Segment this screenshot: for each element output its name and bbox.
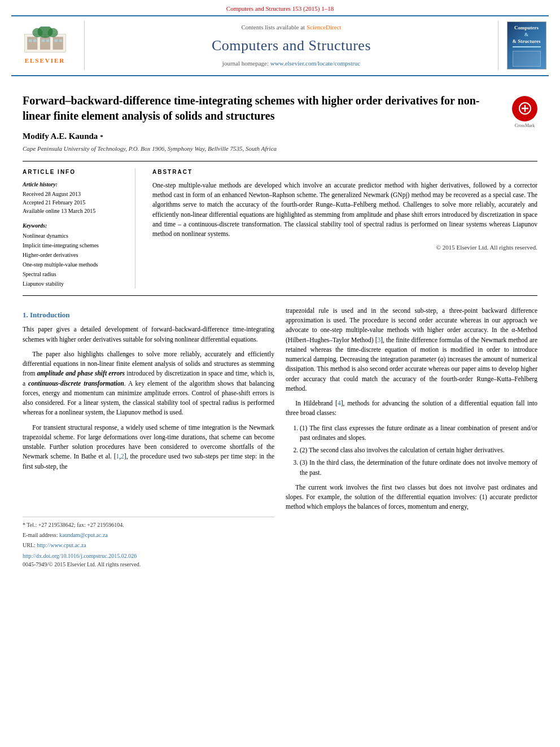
elsevier-building-icon [20,27,71,55]
issn-line: 0045-7949/© 2015 Elsevier Ltd. All right… [23,560,274,569]
body-col-2: trapezoidal rule is used and in the seco… [286,306,537,570]
svg-rect-3 [53,37,63,50]
elsevier-logo-box: ELSEVIER [11,21,85,70]
content-area: CrossMark Forward–backward-difference ti… [0,76,560,582]
article-title-section: CrossMark Forward–backward-difference ti… [23,93,537,130]
list-item-2: (2) The second class also involves the c… [300,445,537,455]
footnote-email: E-mail address: kaundam@cput.ac.za [23,531,274,539]
available-date: Available online 13 March 2015 [23,207,127,215]
keyword-3: Higher-order derivatives [23,250,127,260]
ref-3-link[interactable]: 3 [378,337,381,343]
author-star: * [100,133,103,140]
article-info-abstract-section: ARTICLE INFO Article history: Received 2… [23,161,537,296]
body-col2-para-3: The current work involves the first two … [286,483,537,512]
sciencedirect-label: Contents lists available at [241,24,306,30]
body-col1-para-1: This paper gives a detailed development … [23,325,274,344]
svg-rect-7 [28,40,31,42]
thumb-line1: Computers [514,24,539,32]
footnote-url: URL: http://www.cput.ac.za [23,541,274,549]
abstract-title: ABSTRACT [152,168,537,176]
class-list: (1) The first class expresses the future… [300,423,537,478]
footnote-area: * Tel.: +27 219538642; fax: +27 21959610… [23,517,274,569]
keywords-list: Nonlinear dynamics Implicit time-integra… [23,231,127,289]
article-title: Forward–backward-difference time-integra… [23,93,537,124]
ref-2-link[interactable]: 2 [121,453,124,460]
footnote-star: * Tel.: +27 219538642; fax: +27 21959610… [23,521,274,529]
citation-link[interactable]: Computers and Structures 153 (2015) 1–18 [226,5,334,12]
doi-link[interactable]: http://dx.doi.org/10.1016/j.compstruc.20… [23,553,137,559]
thumb-line3: & Structures [512,38,540,45]
affiliation: Cape Peninsula University of Technology,… [23,145,537,153]
homepage-label: journal homepage: [222,60,270,67]
crossmark-icon [512,96,537,121]
sciencedirect-link[interactable]: ScienceDirect [307,24,342,30]
article-body: 1. Introduction This paper gives a detai… [23,306,537,570]
body-col-1: 1. Introduction This paper gives a detai… [23,306,274,570]
svg-rect-1 [27,37,37,50]
abstract-text: One-step multiple-value methods are deve… [152,181,537,239]
accepted-date: Accepted 21 February 2015 [23,198,127,207]
list-item-1: (1) The first class expresses the future… [300,423,537,443]
article-info-title: ARTICLE INFO [23,168,127,176]
svg-point-6 [47,28,58,37]
body-col2-para-2: In Hildebrand [4], methods for advancing… [286,399,537,418]
page-container: Computers and Structures 153 (2015) 1–18 [0,0,560,747]
intro-heading: 1. Introduction [23,309,274,321]
homepage-link[interactable]: www.elsevier.com/locate/compstruc [270,60,360,67]
abstract-panel: ABSTRACT One-step multiple-value methods… [147,168,537,289]
top-citation: Computers and Structures 153 (2015) 1–18 [0,0,560,15]
svg-point-5 [32,28,42,37]
body-col2-para-1: trapezoidal rule is used and in the seco… [286,306,537,394]
ref-4-link[interactable]: 4 [338,400,341,407]
author-name-text: Modify A.E. Kaunda [23,132,98,141]
journal-header: ELSEVIER Contents lists available at Sci… [11,15,549,76]
history-label: Article history: [23,181,127,189]
journal-thumb-image: Computers & & Structures [507,21,546,69]
keyword-5: Spectral radius [23,269,127,279]
url-label: URL: [23,542,37,548]
author-name: Modify A.E. Kaunda * [23,130,537,142]
svg-rect-12 [59,40,62,42]
received-date: Received 28 August 2013 [23,190,127,198]
journal-thumbnail: Computers & & Structures [498,21,549,70]
svg-rect-11 [54,40,57,42]
journal-title: Computers and Structures [212,36,371,56]
svg-rect-2 [40,37,50,50]
journal-center-info: Contents lists available at ScienceDirec… [85,21,498,70]
keyword-4: One-step multiple-value methods [23,260,127,269]
journal-homepage-line: journal homepage: www.elsevier.com/locat… [222,59,360,68]
email-label: E-mail address: [23,532,59,538]
svg-rect-10 [46,40,49,42]
crossmark-box: CrossMark [512,96,537,129]
keyword-2: Implicit time-integrating schemes [23,241,127,250]
svg-rect-9 [41,40,44,42]
keyword-6: Liapunov stability [23,279,127,289]
body-col1-para-2: The paper also highlights challenges to … [23,350,274,418]
email-link[interactable]: kaundam@cput.ac.za [59,532,108,538]
keyword-1: Nonlinear dynamics [23,231,127,241]
elsevier-brand-text: ELSEVIER [25,56,65,65]
doi-line: http://dx.doi.org/10.1016/j.compstruc.20… [23,552,274,560]
keywords-label: Keywords: [23,222,127,230]
body-col1-para-3: For transient structural response, a wid… [23,423,274,471]
ref-1-link[interactable]: 1 [116,453,119,460]
list-item-3: (3) In the third class, the determinatio… [300,458,537,478]
svg-rect-8 [33,40,36,42]
crossmark-label: CrossMark [512,123,537,129]
url-link[interactable]: http://www.cput.ac.za [37,542,86,548]
abstract-copyright: © 2015 Elsevier Ltd. All rights reserved… [152,243,537,252]
thumb-line2: & [524,32,529,38]
article-info-panel: ARTICLE INFO Article history: Received 2… [23,168,135,289]
sciencedirect-line: Contents lists available at ScienceDirec… [241,23,341,32]
